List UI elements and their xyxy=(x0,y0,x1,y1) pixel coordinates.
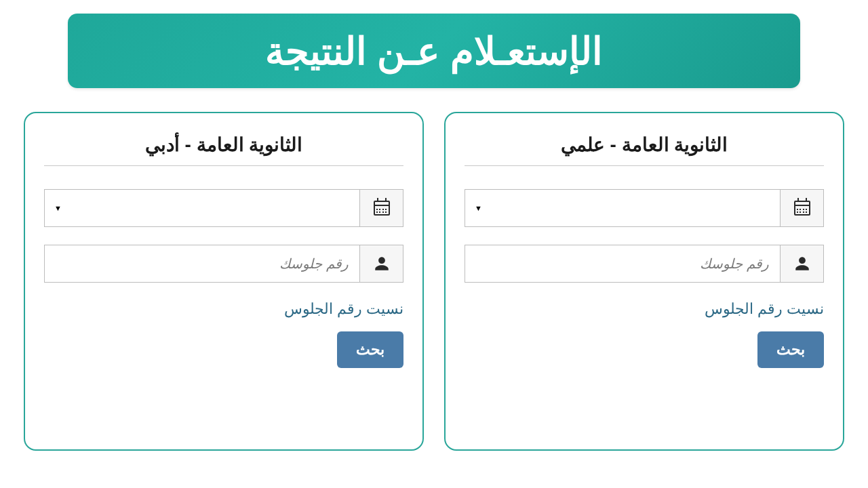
user-icon xyxy=(360,245,403,283)
arts-forgot-seat-link[interactable]: نسيت رقم الجلوس xyxy=(44,300,403,318)
arts-date-row xyxy=(44,189,403,227)
science-year-select[interactable] xyxy=(465,189,781,227)
science-seat-input-wrap xyxy=(465,245,781,283)
arts-seat-input-wrap xyxy=(44,245,360,283)
science-seat-row xyxy=(465,245,824,283)
panels-container: الثانوية العامة - علمي نسيت رقم الجلوس ب… xyxy=(0,112,868,451)
arts-year-select[interactable] xyxy=(44,189,360,227)
page-title: الإستعـلام عـن النتيجة xyxy=(265,29,603,73)
user-icon xyxy=(781,245,824,283)
arts-seat-input[interactable] xyxy=(45,245,359,282)
panel-science: الثانوية العامة - علمي نسيت رقم الجلوس ب… xyxy=(444,112,844,451)
arts-search-button[interactable]: بحث xyxy=(337,331,403,368)
science-forgot-seat-link[interactable]: نسيت رقم الجلوس xyxy=(465,300,824,318)
calendar-icon xyxy=(781,189,824,227)
science-search-button[interactable]: بحث xyxy=(757,331,824,368)
science-seat-input[interactable] xyxy=(465,245,780,282)
calendar-icon xyxy=(360,189,403,227)
panel-science-title: الثانوية العامة - علمي xyxy=(465,134,824,166)
header-banner: الإستعـلام عـن النتيجة xyxy=(68,14,800,88)
panel-arts: الثانوية العامة - أدبي نسيت رقم الجلوس ب… xyxy=(24,112,424,451)
panel-arts-title: الثانوية العامة - أدبي xyxy=(44,134,403,166)
science-date-row xyxy=(465,189,824,227)
arts-seat-row xyxy=(44,245,403,283)
